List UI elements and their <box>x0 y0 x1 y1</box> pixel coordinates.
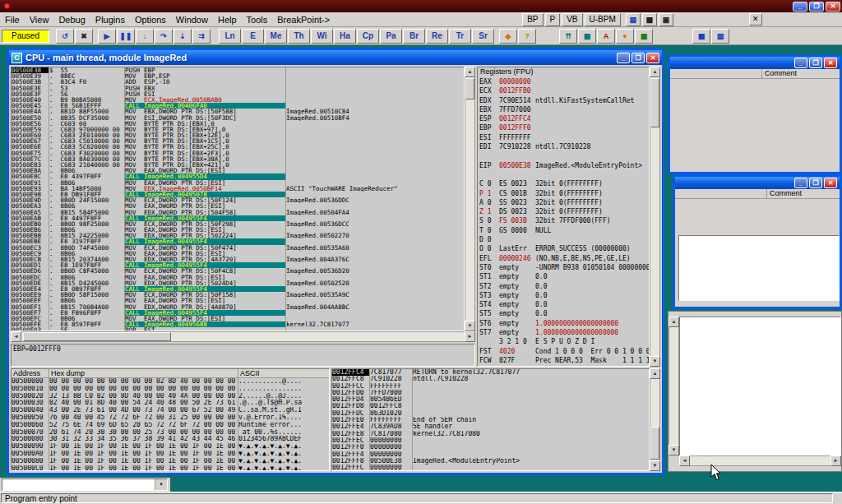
register-row[interactable]: Z 1DS 002332bit 0(FFFFFFFF) <box>478 207 649 216</box>
register-row[interactable]: ECX0012FFB0 <box>478 86 649 95</box>
register-row[interactable]: T 0GS 0000NULL <box>478 226 649 235</box>
scrollbar-thumb[interactable] <box>465 78 474 99</box>
scroll-up-button[interactable]: ▲ <box>650 368 660 379</box>
disasm-row[interactable]: 00500E50. 8B35 DCF35000MOVESI,DWORD PTR … <box>12 115 464 121</box>
menu-item[interactable]: Help <box>213 13 242 26</box>
scroll-down-button[interactable]: ▼ <box>669 445 679 455</box>
disasm-row[interactable]: 00500E9D. 8B0D 24F15000MOVECX,DWORD PTR … <box>12 197 464 203</box>
disasm-row[interactable]: 00500E3B. 83C4 F0ADDESP,-10 <box>12 79 464 85</box>
pane-letter-button[interactable]: Re <box>426 29 448 44</box>
disasm-hscrollbar[interactable]: ◄ ► <box>11 331 475 342</box>
scrollbar-thumb[interactable] <box>23 332 171 341</box>
pane-letter-button[interactable]: Sr <box>472 29 494 44</box>
dump-row[interactable]: 005000901F 00 1E 00 1F 00 1E 00 1F 00 1E… <box>12 443 329 451</box>
app-maximize-button[interactable]: ❐ <box>809 2 824 12</box>
disasm-row[interactable]: 00500EDE. 8B15 D4245000MOVEDX,DWORD PTR … <box>12 280 464 286</box>
breakpoint-button[interactable]: ◆ <box>499 29 517 44</box>
stack-row[interactable]: 0012FFCCFFFFFFFF <box>332 383 649 390</box>
register-row[interactable]: ST0empty-UNORM B938 01050104 00000000 <box>478 263 649 272</box>
disasm-row[interactable]: 00500E75. C683 F3020000 00MOVBYTE PTR DS… <box>12 150 464 156</box>
trace-over-button[interactable]: ⇉ <box>192 29 210 44</box>
dot-button[interactable]: ● <box>616 29 634 44</box>
register-row[interactable] <box>478 170 649 179</box>
letter-a-button[interactable]: A <box>597 29 615 44</box>
pane-letter-button[interactable]: Wi <box>311 29 333 44</box>
disasm-row[interactable]: 00500EF7. E8 F896F8FFCALLImageRed.004955… <box>12 310 464 316</box>
dump-row[interactable]: 005000C01F 00 1E 00 1F 00 1E 00 1F 00 1E… <box>12 465 329 471</box>
pane-letter-button[interactable]: Pa <box>380 29 402 44</box>
stack-row[interactable]: 0012FFE47C839AD8SE handler <box>332 423 649 430</box>
menu-item[interactable]: Options <box>130 13 171 26</box>
green-grid-button[interactable]: ▦ <box>635 29 653 44</box>
disasm-row[interactable]: 00500E45. E8 56B1EFFFCALLImageRed.00406F… <box>12 103 464 109</box>
command-input[interactable] <box>2 479 155 490</box>
trace-into-button[interactable]: ⇣ <box>173 29 192 44</box>
register-row[interactable]: EBX7FFD7000 <box>478 105 649 114</box>
register-row[interactable]: ST2empty0.0 <box>478 282 649 291</box>
maximize-button[interactable]: ❐ <box>809 58 822 68</box>
side-window-scrollbar[interactable]: ▲ ▼ <box>669 317 679 455</box>
register-row[interactable]: ESIFFFFFFFF <box>478 133 649 142</box>
disasm-row[interactable]: 00500E4A. 8B1D 88F55000MOVEBX,DWORD PTR … <box>12 109 464 114</box>
menu-item[interactable]: File <box>0 13 25 26</box>
scrollbar-thumb[interactable] <box>650 78 659 127</box>
menu-item[interactable]: View <box>25 13 54 26</box>
stack-row[interactable]: 0012FFE87C817080kernel32.7C817080 <box>332 431 649 437</box>
side-window-middle-body[interactable] <box>675 199 840 303</box>
dump-row[interactable]: 0050000000 00 00 00 00 00 00 00 00 02 8D… <box>12 378 329 386</box>
side-window-middle-content[interactable] <box>678 235 840 301</box>
register-row[interactable]: ST1empty0.0 <box>478 272 649 281</box>
toolbar-close-button[interactable]: ✕ <box>749 13 762 25</box>
scroll-down-button[interactable]: ▼ <box>465 321 475 331</box>
run-button[interactable]: ▶ <box>98 29 116 44</box>
registers-vscrollbar[interactable]: ▲ ▼ <box>650 67 660 367</box>
scroll-right-button[interactable]: ► <box>465 331 475 342</box>
stack-vscrollbar[interactable]: ▲ ▼ <box>650 368 660 471</box>
disassembly-pane[interactable]: 00500E38$ 55PUSHEBP 00500E39. 8BECMOVEBP… <box>11 67 465 331</box>
scroll-up-button[interactable]: ▲ <box>650 67 660 77</box>
disasm-row[interactable]: 00500E59. C683 97000000 00MOVBYTE PTR DS… <box>12 127 464 132</box>
disasm-row[interactable]: 00500EEF. 8B06MOVEAX,DWORD PTR DS:[ESI] <box>12 298 464 303</box>
info-pane[interactable]: EBP=0012FFF0 <box>11 344 475 367</box>
plugin-toolbar-button[interactable]: VB <box>562 13 582 26</box>
disasm-row[interactable]: 00500E8A. 8B06MOVEAX,DWORD PTR DS:[ESI] <box>12 168 464 173</box>
register-row[interactable]: ST4empty0.0 <box>478 300 649 309</box>
register-row[interactable]: P 1CS 001B32bit 0(FFFFFFFF) <box>478 189 649 198</box>
disasm-row[interactable]: 00500EB8. 8B15 24225000MOVEDX,DWORD PTR … <box>12 233 464 238</box>
disasm-row[interactable]: 00500E39. 8BECMOVEBP,ESP <box>12 73 464 79</box>
register-row[interactable]: ST6empty1.0000000000000000000 <box>478 319 649 328</box>
side-window-top-titlebar[interactable]: _ ❐ ✕ <box>670 57 840 69</box>
stack-row[interactable]: 0012FFD07FFD7000 <box>332 390 649 396</box>
disasm-row[interactable]: 00500E6E. C683 5C020000 00MOVBYTE PTR DS… <box>12 144 464 150</box>
memory-dump-pane[interactable]: Address Hex dump ASCII 0050000000 00 00 … <box>11 368 330 471</box>
menu-item[interactable]: Window <box>171 13 213 26</box>
app-close-button[interactable]: ✕ <box>826 2 840 12</box>
stack-row[interactable]: 0012FFF800500E38ImageRed.<ModuleEntryPoi… <box>332 458 649 465</box>
register-row[interactable]: EDX7C90E514ntdll.KiFastSystemCallRet <box>478 96 649 105</box>
register-row[interactable]: ST5empty0.0 <box>478 309 649 318</box>
register-row[interactable]: EBP0012FFF0 <box>478 123 649 132</box>
stack-row[interactable]: 0012FFD80012FFC8 <box>332 403 649 409</box>
stack-row[interactable]: 0012FFE0FFFFFFFFEnd of SEH chain <box>332 417 649 423</box>
disasm-row[interactable]: 00500EFC. 8B06MOVEAX,DWORD PTR DS:[ESI] <box>12 316 464 321</box>
close-button[interactable]: ✕ <box>824 178 837 188</box>
stack-row[interactable]: 0012FFF400000000 <box>332 451 649 458</box>
step-over-button[interactable]: ↷ <box>155 29 173 44</box>
pane-letter-button[interactable]: Cp <box>357 29 379 44</box>
dump-row[interactable]: 0050006052 75 6E 74 69 6D 65 20 65 72 72… <box>12 422 329 429</box>
disasm-row[interactable]: 00500EFE. E8 8597F8FFCALLImageRed.004956… <box>12 321 464 327</box>
registers-pane[interactable]: Registers (FPU) EAX00000000 ECX0012FFB0 … <box>477 67 650 367</box>
disasm-row[interactable]: 00500EA3. 8B06MOVEAX,DWORD PTR DS:[ESI] <box>12 203 464 209</box>
rows-button[interactable]: ▤ <box>711 29 729 44</box>
double-up-button[interactable]: ⇈ <box>559 29 577 44</box>
dump-row[interactable]: 0050004043 00 2E 73 61 00 4D 00 73 74 00… <box>12 407 329 414</box>
scroll-down-button[interactable]: ▼ <box>650 460 660 471</box>
stack-row[interactable]: 0012FFEC00000000 <box>332 437 649 444</box>
register-row[interactable]: D 0 <box>478 235 649 244</box>
help-button[interactable]: ? <box>518 29 536 44</box>
scroll-right-button[interactable]: ► <box>830 455 841 466</box>
disasm-row[interactable]: 00500EC3. 8B0D 74F45000MOVECX,DWORD PTR … <box>12 245 464 251</box>
disasm-row[interactable]: 00500E8C. E8 4397F8FFCALLImageRed.004955… <box>12 173 464 179</box>
dump-row[interactable]: 0050001000 00 00 00 00 00 00 00 00 00 00… <box>12 386 329 393</box>
scroll-left-button[interactable]: ◄ <box>11 331 21 342</box>
